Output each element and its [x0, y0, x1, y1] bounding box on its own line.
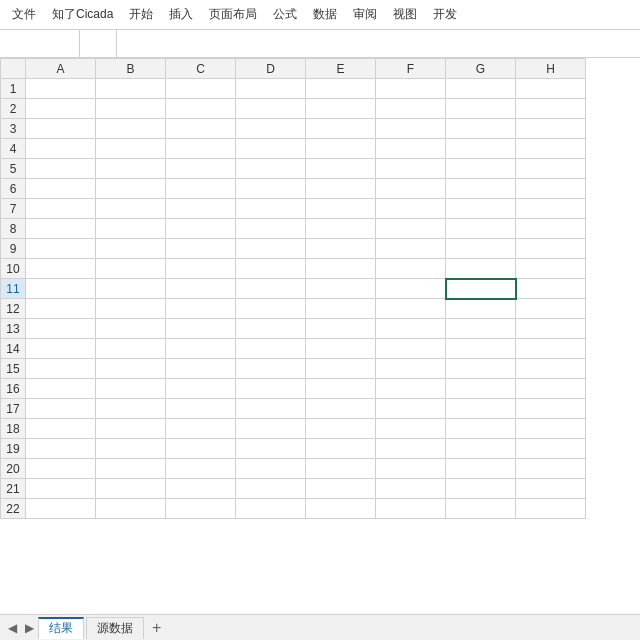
cell-D19[interactable] [236, 439, 306, 459]
cell-C12[interactable] [166, 299, 236, 319]
cell-E11[interactable] [306, 279, 376, 299]
cell-H22[interactable] [516, 499, 586, 519]
cell-F17[interactable] [376, 399, 446, 419]
cell-E4[interactable] [306, 139, 376, 159]
cell-H8[interactable] [516, 219, 586, 239]
cell-D7[interactable] [236, 199, 306, 219]
cell-F20[interactable] [376, 459, 446, 479]
cell-A18[interactable] [26, 419, 96, 439]
cell-E12[interactable] [306, 299, 376, 319]
cell-E16[interactable] [306, 379, 376, 399]
cell-E19[interactable] [306, 439, 376, 459]
cell-F22[interactable] [376, 499, 446, 519]
cell-E2[interactable] [306, 99, 376, 119]
sheet-nav-next[interactable]: ▶ [21, 619, 38, 637]
cell-G11[interactable] [446, 279, 516, 299]
cell-H12[interactable] [516, 299, 586, 319]
cell-E18[interactable] [306, 419, 376, 439]
cell-G4[interactable] [446, 139, 516, 159]
cell-G13[interactable] [446, 319, 516, 339]
cell-D9[interactable] [236, 239, 306, 259]
row-num-4[interactable]: 4 [1, 139, 26, 159]
cell-G7[interactable] [446, 199, 516, 219]
cell-H14[interactable] [516, 339, 586, 359]
cell-G1[interactable] [446, 79, 516, 99]
cell-B5[interactable] [96, 159, 166, 179]
cell-B2[interactable] [96, 99, 166, 119]
cell-D11[interactable] [236, 279, 306, 299]
row-num-6[interactable]: 6 [1, 179, 26, 199]
col-header-D[interactable]: D [236, 59, 306, 79]
col-header-H[interactable]: H [516, 59, 586, 79]
cell-A7[interactable] [26, 199, 96, 219]
cell-D20[interactable] [236, 459, 306, 479]
cell-H9[interactable] [516, 239, 586, 259]
cell-F18[interactable] [376, 419, 446, 439]
cell-C17[interactable] [166, 399, 236, 419]
cell-D6[interactable] [236, 179, 306, 199]
cell-H21[interactable] [516, 479, 586, 499]
cell-D4[interactable] [236, 139, 306, 159]
cell-D1[interactable] [236, 79, 306, 99]
cell-F13[interactable] [376, 319, 446, 339]
cell-B22[interactable] [96, 499, 166, 519]
cell-G15[interactable] [446, 359, 516, 379]
cell-C18[interactable] [166, 419, 236, 439]
cell-C1[interactable] [166, 79, 236, 99]
cell-G8[interactable] [446, 219, 516, 239]
cell-C7[interactable] [166, 199, 236, 219]
cell-E13[interactable] [306, 319, 376, 339]
cell-G16[interactable] [446, 379, 516, 399]
cell-A21[interactable] [26, 479, 96, 499]
row-num-16[interactable]: 16 [1, 379, 26, 399]
row-num-20[interactable]: 20 [1, 459, 26, 479]
col-header-C[interactable]: C [166, 59, 236, 79]
cell-C4[interactable] [166, 139, 236, 159]
row-num-8[interactable]: 8 [1, 219, 26, 239]
menu-item-1[interactable]: 知了Cicada [44, 2, 121, 27]
cell-F19[interactable] [376, 439, 446, 459]
cell-B9[interactable] [96, 239, 166, 259]
cell-F11[interactable] [376, 279, 446, 299]
cell-A2[interactable] [26, 99, 96, 119]
cell-A11[interactable] [26, 279, 96, 299]
cell-D14[interactable] [236, 339, 306, 359]
cell-B4[interactable] [96, 139, 166, 159]
cell-H19[interactable] [516, 439, 586, 459]
cell-F10[interactable] [376, 259, 446, 279]
cell-E21[interactable] [306, 479, 376, 499]
cell-C6[interactable] [166, 179, 236, 199]
cell-G19[interactable] [446, 439, 516, 459]
cell-A16[interactable] [26, 379, 96, 399]
cell-F5[interactable] [376, 159, 446, 179]
cell-B17[interactable] [96, 399, 166, 419]
row-num-1[interactable]: 1 [1, 79, 26, 99]
cell-D5[interactable] [236, 159, 306, 179]
cell-D18[interactable] [236, 419, 306, 439]
cell-E8[interactable] [306, 219, 376, 239]
sheet-tab-1[interactable]: 源数据 [86, 617, 144, 639]
cell-D21[interactable] [236, 479, 306, 499]
cell-G17[interactable] [446, 399, 516, 419]
cell-C21[interactable] [166, 479, 236, 499]
cell-F6[interactable] [376, 179, 446, 199]
cell-D16[interactable] [236, 379, 306, 399]
cell-A9[interactable] [26, 239, 96, 259]
cell-B6[interactable] [96, 179, 166, 199]
add-sheet-button[interactable]: + [148, 619, 165, 637]
cell-G22[interactable] [446, 499, 516, 519]
cell-G12[interactable] [446, 299, 516, 319]
col-header-G[interactable]: G [446, 59, 516, 79]
row-num-15[interactable]: 15 [1, 359, 26, 379]
cell-C16[interactable] [166, 379, 236, 399]
cell-D12[interactable] [236, 299, 306, 319]
cell-H13[interactable] [516, 319, 586, 339]
row-num-19[interactable]: 19 [1, 439, 26, 459]
cell-B8[interactable] [96, 219, 166, 239]
cell-E9[interactable] [306, 239, 376, 259]
row-num-18[interactable]: 18 [1, 419, 26, 439]
cell-F15[interactable] [376, 359, 446, 379]
cell-A14[interactable] [26, 339, 96, 359]
row-num-13[interactable]: 13 [1, 319, 26, 339]
row-num-14[interactable]: 14 [1, 339, 26, 359]
